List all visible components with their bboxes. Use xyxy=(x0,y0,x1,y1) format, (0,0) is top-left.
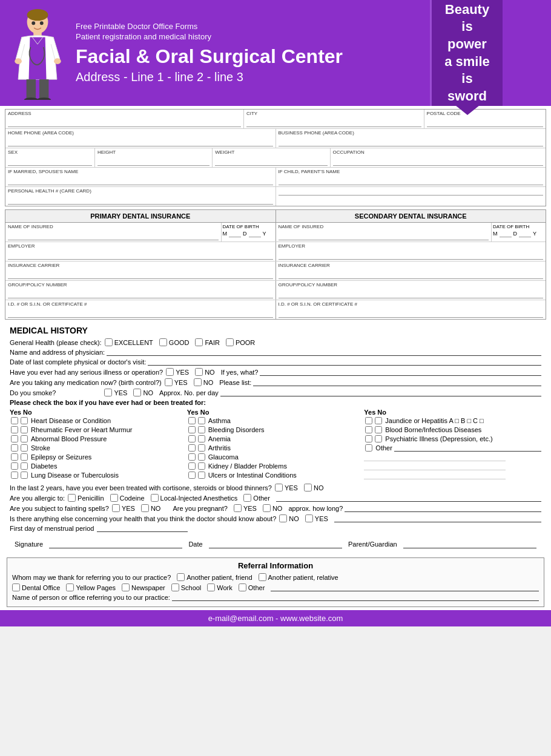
smoke-yes-checkbox[interactable] xyxy=(104,389,112,396)
bp-yes[interactable] xyxy=(11,435,18,442)
smoke-no-group[interactable]: NO xyxy=(133,389,153,396)
epilepsy-yes[interactable] xyxy=(11,453,18,461)
bp-no[interactable] xyxy=(21,435,28,442)
local-anesthetics-checkbox[interactable] xyxy=(151,494,159,502)
pregnant-yes[interactable] xyxy=(234,504,242,512)
phone-row: HOME PHONE (AREA CODE) BUSINESS PHONE (A… xyxy=(5,129,546,148)
poor-checkbox[interactable] xyxy=(226,338,234,346)
jaundice-no[interactable] xyxy=(375,417,382,424)
asthma-no[interactable] xyxy=(198,417,205,424)
illness-yes-group[interactable]: YES xyxy=(166,368,189,376)
newspaper-group[interactable]: Newspaper xyxy=(122,583,165,591)
smoke-yes-group[interactable]: YES xyxy=(104,389,127,396)
local-anesthetics-group[interactable]: Local-Injected Anesthetics xyxy=(151,494,238,502)
another-relative-checkbox[interactable] xyxy=(259,573,266,581)
excellent-checkbox-group[interactable]: EXCELLENT xyxy=(105,338,153,346)
dental-office-group[interactable]: Dental Office xyxy=(12,583,60,591)
condition-jaundice: Jaundice or Hepatitis A □ B □ C □ xyxy=(364,417,541,424)
stroke-no[interactable] xyxy=(21,444,28,452)
ulcers-no[interactable] xyxy=(198,472,205,479)
rheumatic-yes[interactable] xyxy=(11,426,18,433)
psych-yes[interactable] xyxy=(365,435,372,442)
fainting-yes-group[interactable]: YES xyxy=(112,504,135,512)
other-condition-yes[interactable] xyxy=(365,444,372,452)
codeine-group[interactable]: Codeine xyxy=(110,494,145,502)
other-referral-group[interactable]: Other xyxy=(239,583,265,591)
cortisone-yes-group[interactable]: YES xyxy=(275,484,298,491)
glaucoma-no[interactable] xyxy=(198,453,205,461)
illness-no-checkbox[interactable] xyxy=(195,368,203,376)
illness-no-group[interactable]: NO xyxy=(195,368,215,376)
kidney-no[interactable] xyxy=(198,462,205,470)
epilepsy-no[interactable] xyxy=(21,453,28,461)
work-group[interactable]: Work xyxy=(207,583,232,591)
stroke-yes[interactable] xyxy=(11,444,18,452)
bleeding-no[interactable] xyxy=(198,426,205,433)
cortisone-no[interactable] xyxy=(304,484,312,491)
poor-checkbox-group[interactable]: POOR xyxy=(226,338,255,346)
dental-office-checkbox[interactable] xyxy=(12,583,20,591)
other-allergy-checkbox[interactable] xyxy=(243,494,251,502)
illness-yes-checkbox[interactable] xyxy=(166,368,174,376)
yellow-pages-group[interactable]: Yellow Pages xyxy=(66,583,116,591)
work-checkbox[interactable] xyxy=(207,583,215,591)
other-referral-checkbox[interactable] xyxy=(239,583,246,591)
fainting-no-group[interactable]: NO xyxy=(141,504,161,512)
lung-no[interactable] xyxy=(21,472,28,479)
anything-yes-group[interactable]: YES xyxy=(305,514,328,522)
newspaper-checkbox[interactable] xyxy=(122,583,130,591)
med-no-checkbox[interactable] xyxy=(194,378,202,386)
kidney-yes[interactable] xyxy=(188,462,196,470)
penicillin-checkbox[interactable] xyxy=(68,494,76,502)
school-group[interactable]: School xyxy=(171,583,202,591)
jaundice-yes[interactable] xyxy=(365,417,372,424)
cortisone-no-group[interactable]: NO xyxy=(304,484,324,491)
ulcers-yes[interactable] xyxy=(188,472,196,479)
heart-no[interactable] xyxy=(21,417,28,424)
badge-ribbon xyxy=(455,105,480,115)
arthritis-no[interactable] xyxy=(198,444,205,452)
rheumatic-no[interactable] xyxy=(21,426,28,433)
arthritis-yes[interactable] xyxy=(188,444,196,452)
bloodborne-yes[interactable] xyxy=(365,426,372,433)
glaucoma-yes[interactable] xyxy=(188,453,196,461)
anything-no[interactable] xyxy=(279,514,287,522)
bleeding-yes[interactable] xyxy=(188,426,196,433)
pregnant-no[interactable] xyxy=(263,504,271,512)
med-no-group[interactable]: NO xyxy=(194,378,214,386)
yellow-pages-checkbox[interactable] xyxy=(66,583,74,591)
anything-yes[interactable] xyxy=(305,514,313,522)
lung-yes[interactable] xyxy=(11,472,18,479)
psych-no[interactable] xyxy=(375,435,382,442)
fainting-yes[interactable] xyxy=(112,504,120,512)
excellent-checkbox[interactable] xyxy=(105,338,113,346)
pregnant-yes-group[interactable]: YES xyxy=(234,504,257,512)
another-relative-group[interactable]: Another patient, relative xyxy=(259,573,338,581)
secondary-name-dob: NAME OF INSURED DATE OF BIRTH M D Y xyxy=(276,223,546,242)
another-patient-friend-checkbox[interactable] xyxy=(177,573,185,581)
anemia-yes[interactable] xyxy=(188,435,196,442)
good-checkbox-group[interactable]: GOOD xyxy=(159,338,190,346)
penicillin-group[interactable]: Penicillin xyxy=(68,494,104,502)
good-checkbox[interactable] xyxy=(159,338,167,346)
fair-checkbox-group[interactable]: FAIR xyxy=(195,338,219,346)
smoke-no-checkbox[interactable] xyxy=(133,389,141,396)
other-allergy-group[interactable]: Other xyxy=(243,494,270,502)
another-patient-friend-group[interactable]: Another patient, friend xyxy=(177,573,252,581)
school-checkbox[interactable] xyxy=(171,583,179,591)
anemia-no[interactable] xyxy=(198,435,205,442)
cortisone-yes[interactable] xyxy=(275,484,283,491)
fair-checkbox[interactable] xyxy=(195,338,203,346)
bloodborne-no[interactable] xyxy=(375,426,382,433)
diabetes-yes[interactable] xyxy=(11,462,18,470)
health-card-cell: PERSONAL HEALTH # (CARE CARD) xyxy=(5,187,276,206)
med-yes-checkbox[interactable] xyxy=(165,378,173,386)
heart-yes[interactable] xyxy=(11,417,18,424)
anything-no-group[interactable]: NO xyxy=(279,514,299,522)
med-yes-group[interactable]: YES xyxy=(165,378,188,386)
fainting-no[interactable] xyxy=(141,504,149,512)
diabetes-no[interactable] xyxy=(21,462,28,470)
asthma-yes[interactable] xyxy=(188,417,196,424)
pregnant-no-group[interactable]: NO xyxy=(263,504,283,512)
codeine-checkbox[interactable] xyxy=(110,494,118,502)
